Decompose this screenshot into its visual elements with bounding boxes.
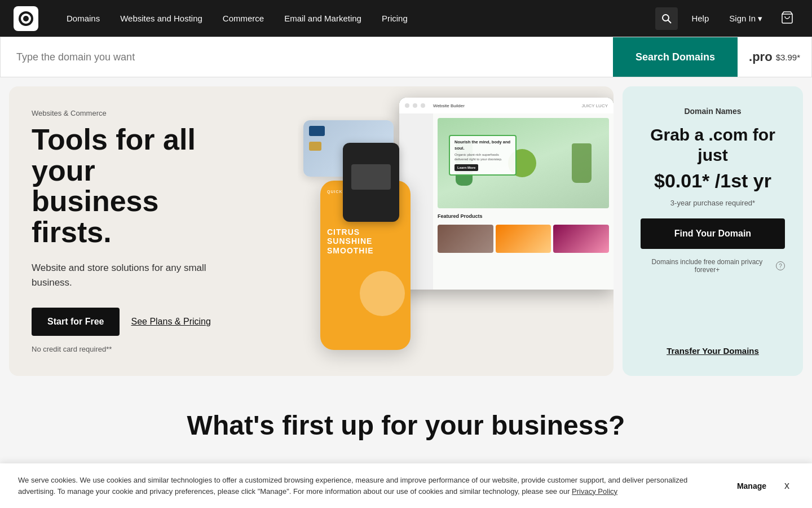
bottom-title: What's first up for your business?	[9, 410, 803, 441]
laptop-screen: Website Builder JUICY LUCY	[399, 98, 614, 290]
see-plans-pricing-button[interactable]: See Plans & Pricing	[131, 317, 210, 327]
laptop-products	[438, 225, 609, 253]
nav-search-button[interactable]	[655, 7, 678, 30]
hero-left-card: Websites & Commerce Tools for all your b…	[9, 86, 614, 376]
navbar: Domains Websites and Hosting Commerce Em…	[0, 0, 812, 37]
find-your-domain-button[interactable]: Find Your Domain	[641, 218, 785, 249]
hero-images: QUICK & EASY CITRUSSUNSHINESMOOTHIE Webs…	[298, 86, 614, 376]
laptop-nav-bar: Website Builder JUICY LUCY	[399, 98, 614, 113]
laptop-mockup: Website Builder JUICY LUCY	[399, 98, 614, 290]
nav-right: Help Sign In ▾	[655, 6, 798, 31]
domain-purchase-note: 3-year purchase required*	[670, 199, 755, 207]
card-chip	[309, 142, 321, 151]
pos-terminal-mockup	[343, 143, 399, 222]
cookie-banner: We serve cookies. We use cookies and sim…	[0, 463, 812, 508]
hero-title: Tools for all your business firsts.	[32, 124, 223, 247]
nav-item-pricing[interactable]: Pricing	[372, 0, 418, 37]
start-for-free-button[interactable]: Start for Free	[32, 308, 120, 336]
cookie-manage-button[interactable]: Manage	[737, 481, 766, 491]
search-icon	[661, 13, 672, 24]
domain-names-label: Domain Names	[684, 107, 741, 116]
domain-search-bar: Search Domains .pro $3.99*	[0, 37, 812, 77]
transfer-domains-link[interactable]: Transfer Your Domains	[667, 346, 759, 356]
nav-help-link[interactable]: Help	[685, 9, 716, 28]
privacy-note: Domains include free domain privacy fore…	[641, 258, 785, 274]
nav-signin-button[interactable]: Sign In ▾	[722, 9, 769, 28]
cart-icon	[780, 11, 794, 24]
nav-item-email-marketing[interactable]: Email and Marketing	[274, 0, 372, 37]
laptop-hero-image: Nourish the mind, body and soul. Organic…	[438, 118, 609, 208]
domain-promo-price: $0.01* /1st yr	[654, 170, 771, 192]
domain-promo-tld: .pro	[749, 50, 773, 64]
nav-links: Domains Websites and Hosting Commerce Em…	[56, 0, 655, 37]
privacy-policy-link[interactable]: Privacy Policy	[572, 487, 617, 496]
hero-section: Websites & Commerce Tools for all your b…	[0, 77, 812, 376]
card-logo	[309, 126, 325, 136]
nav-item-domains[interactable]: Domains	[56, 0, 110, 37]
domain-promo-title: Grab a .com for just	[641, 125, 785, 165]
nav-cart-button[interactable]	[776, 6, 798, 31]
laptop-content: Nourish the mind, body and soul. Organic…	[399, 113, 614, 290]
pos-screen	[351, 164, 391, 190]
svg-line-5	[668, 20, 672, 23]
domain-promo-badge: .pro $3.99*	[738, 50, 811, 64]
svg-point-4	[663, 15, 669, 21]
hero-subtitle: Website and store solutions for any smal…	[32, 261, 212, 290]
svg-point-3	[23, 16, 29, 21]
nav-item-commerce[interactable]: Commerce	[213, 0, 274, 37]
cookie-text: We serve cookies. We use cookies and sim…	[18, 475, 723, 497]
bottom-section: What's first up for your business?	[0, 376, 812, 463]
laptop-text-block: Featured Products	[438, 213, 609, 220]
domain-search-button[interactable]: Search Domains	[613, 37, 738, 77]
domain-promo-price: $3.99*	[776, 52, 800, 62]
phone-decorative-circle	[360, 271, 405, 316]
hero-right-card: Domain Names Grab a .com for just $0.01*…	[623, 86, 803, 376]
nav-item-websites-hosting[interactable]: Websites and Hosting	[110, 0, 213, 37]
privacy-info-icon[interactable]: ?	[776, 261, 785, 270]
laptop-main: Nourish the mind, body and soul. Organic…	[433, 113, 614, 290]
cookie-close-button[interactable]: x	[780, 478, 794, 494]
nav-logo[interactable]	[14, 6, 38, 31]
domain-search-input[interactable]	[1, 37, 613, 77]
